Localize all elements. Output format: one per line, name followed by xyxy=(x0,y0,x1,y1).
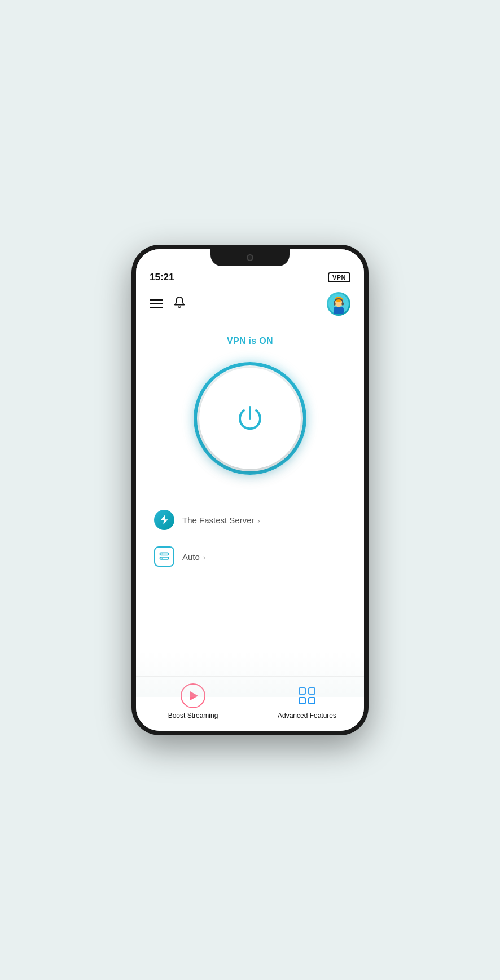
side-button-volume-down xyxy=(367,407,369,441)
boost-streaming-label: Boost Streaming xyxy=(168,712,218,719)
advanced-features-label: Advanced Features xyxy=(278,712,336,719)
fastest-server-chevron: › xyxy=(256,517,260,525)
fastest-server-text: The Fastest Server xyxy=(182,515,255,525)
menu-line-1 xyxy=(150,299,163,301)
svg-rect-5 xyxy=(341,302,344,305)
avatar[interactable] xyxy=(327,292,350,316)
grid-cell-2 xyxy=(308,687,315,695)
svg-rect-7 xyxy=(160,557,169,559)
svg-rect-1 xyxy=(334,307,344,314)
phone-frame: 15:21 VPN xyxy=(131,245,369,735)
protocol-label: Auto › xyxy=(182,552,205,562)
screen: 15:21 VPN xyxy=(136,249,364,731)
power-button-container xyxy=(194,362,306,475)
menu-line-2 xyxy=(150,303,163,304)
top-nav xyxy=(136,288,364,325)
protocol-option[interactable]: Auto › xyxy=(154,538,346,575)
advanced-features-icon-container xyxy=(295,683,319,708)
protocol-icon xyxy=(154,546,174,567)
power-toggle-button[interactable] xyxy=(199,368,301,469)
grid-cell-4 xyxy=(308,697,315,704)
main-content: VPN is ON xyxy=(136,325,364,676)
vpn-status-text: VPN is ON xyxy=(227,336,273,346)
nav-left xyxy=(150,296,186,312)
power-icon xyxy=(233,401,267,435)
lightning-icon xyxy=(154,510,174,530)
camera-dot xyxy=(247,254,253,261)
protocol-text: Auto xyxy=(182,552,200,562)
boost-streaming-tab[interactable]: Boost Streaming xyxy=(136,683,250,719)
notifications-button[interactable] xyxy=(173,296,186,312)
play-triangle-icon xyxy=(190,691,198,700)
bottom-nav: Boost Streaming Advanced Features xyxy=(136,676,364,731)
phone-notch xyxy=(210,249,290,266)
svg-rect-6 xyxy=(160,553,169,555)
menu-line-3 xyxy=(150,307,163,308)
grid-cell-1 xyxy=(299,687,306,695)
grid-cell-3 xyxy=(299,697,306,704)
protocol-chevron: › xyxy=(201,553,205,562)
grid-icon xyxy=(299,687,315,704)
boost-streaming-icon-container xyxy=(181,683,205,708)
server-options: The Fastest Server › Auto › xyxy=(150,502,350,575)
menu-button[interactable] xyxy=(150,299,163,308)
side-button-volume-up xyxy=(367,362,369,396)
vpn-badge: VPN xyxy=(328,272,350,282)
fastest-server-label: The Fastest Server › xyxy=(182,515,260,525)
advanced-features-tab[interactable]: Advanced Features xyxy=(250,683,364,719)
fastest-server-option[interactable]: The Fastest Server › xyxy=(154,502,346,538)
status-time: 15:21 xyxy=(150,272,174,283)
svg-rect-4 xyxy=(334,302,336,305)
svg-point-9 xyxy=(161,558,163,559)
play-circle-icon xyxy=(181,683,205,708)
svg-point-8 xyxy=(161,554,163,555)
